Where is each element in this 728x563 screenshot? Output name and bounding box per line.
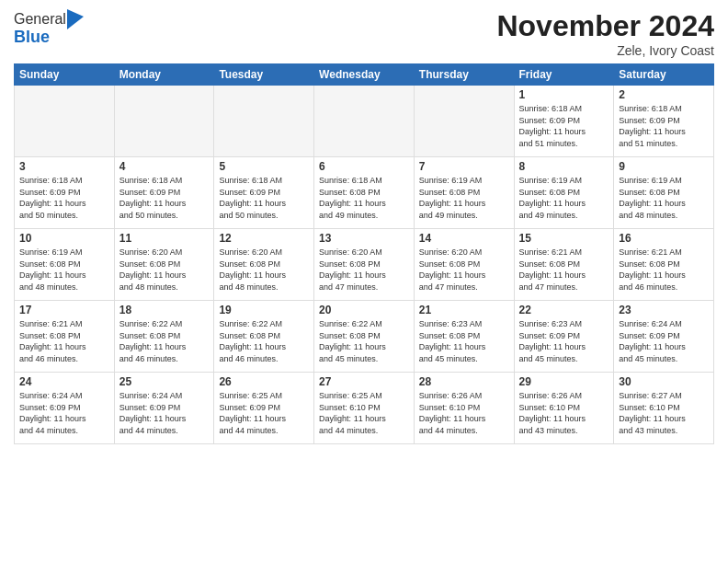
calendar-header-friday: Friday xyxy=(514,64,614,86)
calendar-cell: 5Sunrise: 6:18 AMSunset: 6:09 PMDaylight… xyxy=(214,157,314,229)
calendar-cell: 17Sunrise: 6:21 AMSunset: 6:08 PMDayligh… xyxy=(15,301,115,373)
calendar-cell: 14Sunrise: 6:20 AMSunset: 6:08 PMDayligh… xyxy=(414,229,514,301)
day-info: Sunrise: 6:20 AMSunset: 6:08 PMDaylight:… xyxy=(419,247,509,293)
day-info: Sunrise: 6:19 AMSunset: 6:08 PMDaylight:… xyxy=(519,175,609,221)
day-number: 19 xyxy=(219,304,309,316)
month-title: November 2024 xyxy=(496,9,714,43)
day-info: Sunrise: 6:21 AMSunset: 6:08 PMDaylight:… xyxy=(619,247,709,293)
location: Zele, Ivory Coast xyxy=(496,43,714,58)
calendar-cell: 19Sunrise: 6:22 AMSunset: 6:08 PMDayligh… xyxy=(214,301,314,373)
calendar-cell xyxy=(114,86,214,157)
day-number: 6 xyxy=(319,160,409,173)
day-info: Sunrise: 6:18 AMSunset: 6:09 PMDaylight:… xyxy=(519,103,609,149)
day-info: Sunrise: 6:18 AMSunset: 6:09 PMDaylight:… xyxy=(19,175,109,221)
day-number: 30 xyxy=(619,375,709,388)
day-number: 7 xyxy=(419,160,509,173)
day-info: Sunrise: 6:18 AMSunset: 6:08 PMDaylight:… xyxy=(319,175,409,221)
day-info: Sunrise: 6:22 AMSunset: 6:08 PMDaylight:… xyxy=(219,318,309,364)
day-number: 27 xyxy=(319,375,409,388)
title-section: November 2024 Zele, Ivory Coast xyxy=(496,9,714,58)
day-number: 11 xyxy=(119,232,210,245)
calendar-cell: 16Sunrise: 6:21 AMSunset: 6:08 PMDayligh… xyxy=(614,229,714,301)
calendar-week-3: 17Sunrise: 6:21 AMSunset: 6:08 PMDayligh… xyxy=(15,301,714,373)
calendar-cell: 9Sunrise: 6:19 AMSunset: 6:08 PMDaylight… xyxy=(614,157,714,229)
calendar-cell: 7Sunrise: 6:19 AMSunset: 6:08 PMDaylight… xyxy=(414,157,514,229)
day-info: Sunrise: 6:25 AMSunset: 6:09 PMDaylight:… xyxy=(219,390,309,436)
day-info: Sunrise: 6:24 AMSunset: 6:09 PMDaylight:… xyxy=(19,390,109,436)
day-number: 16 xyxy=(619,232,709,245)
day-info: Sunrise: 6:24 AMSunset: 6:09 PMDaylight:… xyxy=(619,318,709,364)
logo-blue-text: Blue xyxy=(14,28,84,47)
calendar-header-tuesday: Tuesday xyxy=(214,64,314,86)
day-info: Sunrise: 6:19 AMSunset: 6:08 PMDaylight:… xyxy=(619,175,709,221)
calendar-cell: 23Sunrise: 6:24 AMSunset: 6:09 PMDayligh… xyxy=(614,301,714,373)
calendar-cell xyxy=(314,86,415,157)
calendar-week-2: 10Sunrise: 6:19 AMSunset: 6:08 PMDayligh… xyxy=(15,229,714,301)
calendar-cell: 13Sunrise: 6:20 AMSunset: 6:08 PMDayligh… xyxy=(314,229,415,301)
day-info: Sunrise: 6:22 AMSunset: 6:08 PMDaylight:… xyxy=(119,318,210,364)
calendar-cell: 25Sunrise: 6:24 AMSunset: 6:09 PMDayligh… xyxy=(114,373,214,444)
day-number: 23 xyxy=(619,304,709,316)
svg-marker-0 xyxy=(67,9,84,29)
calendar-cell: 24Sunrise: 6:24 AMSunset: 6:09 PMDayligh… xyxy=(15,373,115,444)
calendar-cell: 4Sunrise: 6:18 AMSunset: 6:09 PMDaylight… xyxy=(114,157,214,229)
calendar-cell: 30Sunrise: 6:27 AMSunset: 6:10 PMDayligh… xyxy=(614,373,714,444)
day-info: Sunrise: 6:23 AMSunset: 6:08 PMDaylight:… xyxy=(419,318,509,364)
calendar-header-thursday: Thursday xyxy=(414,64,514,86)
day-info: Sunrise: 6:23 AMSunset: 6:09 PMDaylight:… xyxy=(519,318,609,364)
day-number: 28 xyxy=(419,375,509,388)
day-info: Sunrise: 6:20 AMSunset: 6:08 PMDaylight:… xyxy=(219,247,309,293)
calendar-table: SundayMondayTuesdayWednesdayThursdayFrid… xyxy=(14,63,714,444)
calendar-week-0: 1Sunrise: 6:18 AMSunset: 6:09 PMDaylight… xyxy=(15,86,714,157)
day-number: 21 xyxy=(419,304,509,316)
calendar-week-1: 3Sunrise: 6:18 AMSunset: 6:09 PMDaylight… xyxy=(15,157,714,229)
page-header: General Blue November 2024 Zele, Ivory C… xyxy=(14,9,714,58)
day-info: Sunrise: 6:25 AMSunset: 6:10 PMDaylight:… xyxy=(319,390,409,436)
day-info: Sunrise: 6:26 AMSunset: 6:10 PMDaylight:… xyxy=(419,390,509,436)
day-number: 26 xyxy=(219,375,309,388)
logo-icon xyxy=(67,9,84,29)
day-info: Sunrise: 6:20 AMSunset: 6:08 PMDaylight:… xyxy=(319,247,409,293)
day-info: Sunrise: 6:18 AMSunset: 6:09 PMDaylight:… xyxy=(219,175,309,221)
calendar-header-sunday: Sunday xyxy=(15,64,115,86)
day-info: Sunrise: 6:18 AMSunset: 6:09 PMDaylight:… xyxy=(119,175,210,221)
calendar-cell: 2Sunrise: 6:18 AMSunset: 6:09 PMDaylight… xyxy=(614,86,714,157)
calendar-header-monday: Monday xyxy=(114,64,214,86)
calendar-cell: 29Sunrise: 6:26 AMSunset: 6:10 PMDayligh… xyxy=(514,373,614,444)
day-info: Sunrise: 6:18 AMSunset: 6:09 PMDaylight:… xyxy=(619,103,709,149)
calendar-cell: 27Sunrise: 6:25 AMSunset: 6:10 PMDayligh… xyxy=(314,373,415,444)
calendar-cell xyxy=(414,86,514,157)
calendar-cell: 26Sunrise: 6:25 AMSunset: 6:09 PMDayligh… xyxy=(214,373,314,444)
day-info: Sunrise: 6:20 AMSunset: 6:08 PMDaylight:… xyxy=(119,247,210,293)
day-number: 14 xyxy=(419,232,509,245)
day-info: Sunrise: 6:19 AMSunset: 6:08 PMDaylight:… xyxy=(419,175,509,221)
day-number: 20 xyxy=(319,304,409,316)
day-number: 22 xyxy=(519,304,609,316)
day-number: 9 xyxy=(619,160,709,173)
day-number: 4 xyxy=(119,160,210,173)
logo: General Blue xyxy=(14,9,84,47)
day-number: 15 xyxy=(519,232,609,245)
day-number: 2 xyxy=(619,88,709,101)
calendar-cell: 10Sunrise: 6:19 AMSunset: 6:08 PMDayligh… xyxy=(15,229,115,301)
logo-general-text: General xyxy=(14,11,66,28)
calendar-cell: 21Sunrise: 6:23 AMSunset: 6:08 PMDayligh… xyxy=(414,301,514,373)
calendar-cell: 11Sunrise: 6:20 AMSunset: 6:08 PMDayligh… xyxy=(114,229,214,301)
day-info: Sunrise: 6:27 AMSunset: 6:10 PMDaylight:… xyxy=(619,390,709,436)
calendar-cell: 8Sunrise: 6:19 AMSunset: 6:08 PMDaylight… xyxy=(514,157,614,229)
day-number: 25 xyxy=(119,375,210,388)
day-number: 17 xyxy=(19,304,109,316)
day-info: Sunrise: 6:19 AMSunset: 6:08 PMDaylight:… xyxy=(19,247,109,293)
calendar-cell xyxy=(214,86,314,157)
calendar-week-4: 24Sunrise: 6:24 AMSunset: 6:09 PMDayligh… xyxy=(15,373,714,444)
day-number: 24 xyxy=(19,375,109,388)
day-info: Sunrise: 6:21 AMSunset: 6:08 PMDaylight:… xyxy=(19,318,109,364)
day-info: Sunrise: 6:21 AMSunset: 6:08 PMDaylight:… xyxy=(519,247,609,293)
day-number: 3 xyxy=(19,160,109,173)
day-number: 5 xyxy=(219,160,309,173)
day-number: 29 xyxy=(519,375,609,388)
day-number: 12 xyxy=(219,232,309,245)
calendar-header-saturday: Saturday xyxy=(614,64,714,86)
calendar-header-row: SundayMondayTuesdayWednesdayThursdayFrid… xyxy=(15,64,714,86)
day-number: 10 xyxy=(19,232,109,245)
